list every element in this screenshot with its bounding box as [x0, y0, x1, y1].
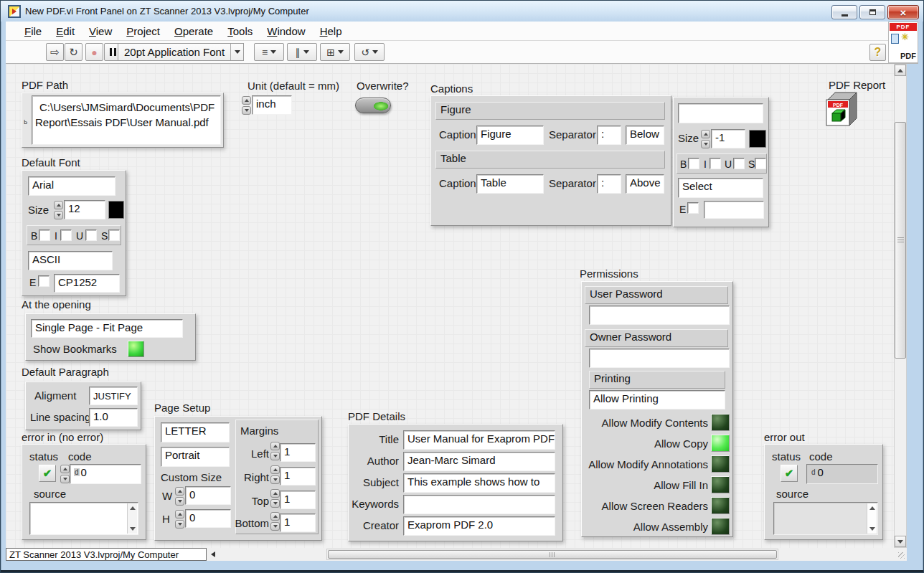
margin-left-spinner[interactable] — [270, 442, 280, 460]
font-selector[interactable]: 20pt Application Font — [118, 43, 244, 61]
width-field[interactable]: 0 — [185, 486, 231, 505]
margin-bottom-spinner[interactable] — [270, 512, 280, 531]
default-font-encoding-field[interactable]: ASCII — [28, 251, 113, 270]
view-mode-ring[interactable]: Single Page - Fit Page — [31, 319, 183, 338]
caption-font-size-spinner[interactable] — [701, 130, 710, 148]
mini-scrollbar[interactable] — [127, 503, 137, 534]
allow-assembly-led[interactable] — [711, 518, 730, 535]
unit-spinner[interactable] — [242, 96, 251, 115]
show-bookmarks-led[interactable] — [128, 341, 144, 357]
minimize-button[interactable] — [831, 5, 857, 19]
figure-position-ring[interactable]: Below — [626, 126, 664, 145]
menu-window[interactable]: Window — [260, 23, 312, 39]
caption-font-e-checkbox[interactable] — [687, 202, 699, 214]
run-button[interactable]: ⇨ — [46, 43, 64, 61]
italic-checkbox[interactable] — [710, 158, 721, 169]
pdf-path-control[interactable]: ь C:\Users\JMSimard\Documents\PDF Report… — [22, 93, 224, 148]
margin-right-spinner[interactable] — [270, 465, 280, 484]
margin-bottom-field[interactable]: 1 — [280, 513, 316, 532]
caption-font-e-field[interactable] — [704, 201, 764, 219]
default-font-size-field[interactable]: 12 — [64, 200, 105, 219]
owner-password-field[interactable] — [589, 349, 730, 368]
align-objects-button[interactable]: ≡ — [254, 43, 284, 61]
context-label-box[interactable]: ZT Scanner 2013 V3.lvproj/My Computer — [6, 548, 207, 561]
printing-ring[interactable]: Allow Printing — [589, 390, 725, 409]
error-in-code-field[interactable]: d0 — [70, 464, 141, 484]
default-font-name-field[interactable]: Arial — [28, 176, 116, 196]
error-in-code-spinner[interactable] — [60, 465, 70, 483]
width-spinner[interactable] — [175, 487, 184, 506]
error-in-source-field[interactable] — [29, 502, 138, 535]
context-help-button[interactable]: ? — [869, 44, 886, 61]
triangle-left-icon[interactable] — [211, 551, 215, 557]
user-password-field[interactable] — [589, 306, 730, 325]
allow-fill-in-led[interactable] — [711, 476, 730, 493]
error-in-status-check[interactable]: ✔ — [39, 465, 56, 482]
mini-scrollbar[interactable] — [867, 503, 877, 534]
horizontal-scroll-thumb[interactable] — [328, 550, 777, 559]
resize-grip[interactable] — [888, 548, 907, 561]
alignment-ring[interactable]: JUSTIFY — [89, 387, 138, 405]
bold-checkbox[interactable] — [39, 229, 50, 241]
vi-icon[interactable]: PDF ✳ PDF — [888, 22, 918, 63]
menu-edit[interactable]: Edit — [49, 23, 82, 39]
strike-checkbox[interactable] — [755, 158, 766, 169]
run-continuously-button[interactable]: ↻ — [65, 43, 82, 61]
height-field[interactable]: 0 — [185, 509, 231, 528]
menu-view[interactable]: View — [82, 23, 119, 39]
italic-checkbox[interactable] — [60, 229, 72, 241]
allow-screen-readers-led[interactable] — [711, 497, 730, 514]
strike-checkbox[interactable] — [108, 229, 120, 241]
menu-file[interactable]: File — [17, 23, 49, 39]
menu-help[interactable]: Help — [313, 23, 349, 39]
reorder-button[interactable]: ↺ — [354, 43, 385, 61]
default-font-e-checkbox[interactable] — [38, 275, 50, 287]
margin-top-field[interactable]: 1 — [280, 491, 316, 509]
menu-tools[interactable]: Tools — [220, 23, 260, 39]
vertical-scroll-thumb[interactable] — [895, 122, 906, 359]
abort-button[interactable]: ● — [85, 43, 103, 61]
allow-modify-contents-led[interactable] — [711, 414, 730, 431]
margin-left-field[interactable]: 1 — [280, 443, 316, 462]
orientation-ring[interactable]: Portrait — [161, 447, 230, 467]
scroll-down-button[interactable] — [895, 536, 906, 547]
creator-field[interactable]: Exaprom PDF 2.0 — [403, 516, 555, 536]
allow-copy-led[interactable] — [711, 435, 730, 452]
paper-size-ring[interactable]: LETTER — [161, 422, 230, 442]
overwrite-switch[interactable] — [355, 98, 391, 113]
maximize-button[interactable] — [859, 5, 885, 19]
font-selector-dropdown[interactable] — [230, 44, 243, 60]
caption-font-select-ring[interactable]: Select — [678, 178, 763, 198]
allow-modify-annotations-led[interactable] — [711, 455, 730, 473]
menu-project[interactable]: Project — [119, 23, 167, 39]
caption-font-size-field[interactable]: -1 — [711, 129, 745, 148]
author-field[interactable]: Jean-Marc Simard — [403, 452, 555, 471]
title-field[interactable]: User Manual for Exaprom PDF — [403, 430, 555, 450]
margin-top-spinner[interactable] — [270, 489, 280, 508]
caption-font-name-field[interactable] — [678, 103, 763, 123]
figure-caption-field[interactable]: Figure — [476, 126, 544, 145]
unit-ring[interactable]: inch — [252, 95, 292, 115]
default-font-codepage-field[interactable]: CP1252 — [54, 274, 120, 293]
menu-operate[interactable]: Operate — [167, 23, 220, 39]
table-caption-field[interactable]: Table — [476, 174, 544, 194]
height-spinner[interactable] — [175, 510, 184, 529]
resize-objects-button[interactable]: ⊞ — [320, 43, 350, 61]
pdf-report-icon[interactable]: PDF — [825, 91, 859, 127]
underline-checkbox[interactable] — [733, 158, 745, 169]
default-font-colorbox[interactable] — [108, 201, 124, 219]
distribute-objects-button[interactable]: ∥ — [287, 43, 317, 61]
figure-separator-field[interactable]: : — [597, 126, 621, 145]
table-position-ring[interactable]: Above — [626, 174, 664, 194]
default-font-size-spinner[interactable] — [54, 201, 63, 219]
scroll-up-button[interactable] — [895, 65, 906, 76]
table-separator-field[interactable]: : — [597, 174, 621, 194]
subject-field[interactable]: This example shows how to — [403, 473, 555, 493]
title-bar[interactable]: New PDF.vi Front Panel on ZT Scanner 201… — [1, 1, 923, 22]
underline-checkbox[interactable] — [85, 229, 97, 241]
vertical-scrollbar[interactable] — [894, 64, 907, 548]
keywords-field[interactable] — [403, 495, 555, 514]
margin-right-field[interactable]: 1 — [280, 467, 316, 486]
horizontal-scrollbar[interactable] — [326, 549, 778, 560]
line-spacing-field[interactable]: 1.0 — [89, 408, 138, 427]
